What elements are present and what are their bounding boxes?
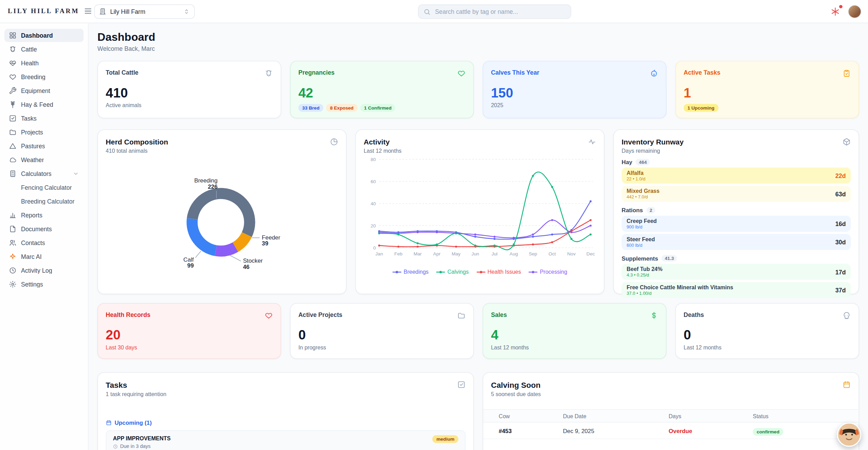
legend-item-processing[interactable]: Processing	[529, 269, 567, 275]
task-due: Due in 3 days	[120, 443, 150, 449]
clock-icon	[113, 444, 118, 449]
brand: LILY HILL FARM	[0, 6, 83, 16]
inventory-row-creep-feed[interactable]: Creep Feed900 lb/d 16d	[622, 216, 851, 232]
sidebar-item-contacts[interactable]: Contacts	[4, 236, 84, 249]
sidebar-item-weather[interactable]: Weather	[4, 153, 84, 166]
sidebar-item-documents[interactable]: Documents	[4, 222, 84, 235]
donut-value: 226	[208, 184, 218, 190]
marc-ai-chat-button[interactable]	[837, 422, 861, 447]
sidebar-item-health[interactable]: Health	[4, 56, 84, 69]
legend-item-breedings[interactable]: Breedings	[393, 269, 429, 275]
svg-text:Feb: Feb	[394, 251, 402, 256]
marc-avatar-illustration	[838, 424, 860, 446]
legend-item-health-issues[interactable]: Health Issues	[476, 269, 521, 275]
sidebar-item-activity-log[interactable]: Activity Log	[4, 264, 84, 277]
svg-text:Jul: Jul	[492, 251, 497, 256]
stat-card-title: Active Projects	[298, 311, 342, 318]
sidebar-item-dashboard[interactable]: Dashboard	[4, 29, 84, 42]
stat-card-title: Total Cattle	[106, 69, 139, 76]
notifications-button[interactable]	[830, 6, 840, 16]
herd-donut-chart: Breeding226Feeder39Stocker46Calf99	[106, 154, 338, 285]
inventory-row-free-choice-cattle-mineral-with-vitamins[interactable]: Free Choice Cattle Mineral with Vitamins…	[622, 282, 851, 298]
search-input[interactable]	[434, 8, 566, 15]
sidebar-item-settings[interactable]: Settings	[4, 278, 84, 291]
sidebar-item-breeding[interactable]: Breeding	[4, 70, 84, 83]
calving-row[interactable]: #453 Dec 9, 2025 Overdue confirmed	[483, 422, 859, 439]
stat-card-value: 1	[684, 86, 851, 100]
dashboard-icon	[9, 31, 17, 39]
clipboard-icon	[842, 69, 851, 77]
sidebar-item-projects[interactable]: Projects	[4, 125, 84, 139]
sidebar-item-pastures[interactable]: Pastures	[4, 139, 84, 152]
svg-text:40: 40	[371, 201, 376, 206]
sidebar-item-reports[interactable]: Reports	[4, 208, 84, 222]
app-root: LILY HILL FARM Lily Hill Farm DashboardC…	[0, 0, 868, 450]
activity-card-subtitle: Last 12 months	[364, 148, 401, 154]
stat-card-active-projects[interactable]: Active Projects 0In progress	[290, 303, 474, 359]
svg-text:Jan: Jan	[375, 251, 383, 256]
sidebar-item-breeding-calculator[interactable]: Breeding Calculator	[4, 195, 84, 208]
search-icon	[423, 8, 431, 15]
cow-tag: #453	[499, 427, 563, 434]
donut-label: Calf	[183, 256, 194, 263]
sparkle-icon	[9, 253, 17, 260]
stat-card-sales[interactable]: Sales 4Last 12 months	[483, 303, 666, 359]
stat-card-health-records[interactable]: Health Records 20Last 30 days	[98, 303, 281, 359]
column-header: Cow	[499, 413, 563, 419]
cow-icon	[265, 69, 273, 77]
chevron-down-icon	[73, 170, 79, 177]
stat-card-sub: Last 12 months	[684, 345, 851, 351]
top-bar: LILY HILL FARM Lily Hill Farm	[0, 0, 868, 23]
stat-card-title: Health Records	[106, 311, 150, 318]
stat-card-value: 42	[298, 86, 465, 100]
days-remaining: 30d	[835, 238, 846, 245]
stat-card-total-cattle[interactable]: Total Cattle 410Active animals	[98, 61, 281, 118]
stat-card-calves-this-year[interactable]: Calves This Year 1502025	[483, 61, 666, 118]
calving-table-body: #453 Dec 9, 2025 Overdue confirmed	[483, 422, 859, 439]
stat-card-active-tasks[interactable]: Active Tasks 11 Upcoming	[675, 61, 859, 118]
stat-card-sub: Last 12 months	[491, 345, 658, 351]
herd-card-subtitle: 410 total animals	[106, 148, 168, 154]
sidebar-item-calculators[interactable]: Calculators	[4, 167, 84, 180]
sidebar-item-equipment[interactable]: Equipment	[4, 84, 84, 97]
inventory-section-count: 464	[636, 159, 650, 165]
task-item[interactable]: APP IMPROVEMENTS Due in 3 days medium	[106, 430, 466, 450]
sidebar-item-marc-ai[interactable]: Marc AI	[4, 250, 84, 263]
inventory-section-name: Rations	[622, 207, 643, 213]
stat-card-value: 0	[298, 328, 465, 341]
tasks-card-title: Tasks	[106, 381, 166, 390]
farm-selector[interactable]: Lily Hill Farm	[94, 4, 195, 19]
inventory-card-title: Inventory Runway	[622, 138, 684, 146]
donut-segment-calf[interactable]	[186, 218, 217, 256]
sidebar-item-hay-feed[interactable]: Hay & Feed	[4, 98, 84, 111]
column-header: Days	[669, 413, 753, 419]
heart-icon	[9, 73, 17, 81]
charts-row: Herd Composition 410 total animals Breed…	[98, 129, 859, 294]
building-icon	[99, 8, 106, 15]
inventory-row-steer-feed[interactable]: Steer Feed600 lb/d 30d	[622, 234, 851, 250]
sidebar-item-fencing-calculator[interactable]: Fencing Calculator	[4, 181, 84, 194]
svg-text:Dec: Dec	[586, 251, 595, 256]
stat-card-deaths[interactable]: Deaths 0Last 12 months	[675, 303, 859, 359]
stat-card-pregnancies[interactable]: Pregnancies 4233 Bred8 Exposed1 Confirme…	[290, 61, 474, 118]
inventory-section-count: 41.3	[661, 255, 677, 262]
sidebar-item-tasks[interactable]: Tasks	[4, 112, 84, 125]
stat-badges: 1 Upcoming	[684, 104, 851, 112]
user-avatar[interactable]	[848, 5, 861, 18]
column-header: Status	[753, 413, 851, 419]
days-remaining: 63d	[835, 190, 846, 197]
due-date: Dec 9, 2025	[563, 427, 669, 434]
inventory-row-beef-tub-24[interactable]: Beef Tub 24%4.3 • 0.25/d 17d	[622, 264, 851, 280]
notification-dot	[839, 5, 843, 8]
inventory-row-mixed-grass[interactable]: Mixed Grass442 • 7.0/d 63d	[622, 186, 851, 202]
global-search	[418, 4, 571, 19]
donut-value: 39	[262, 240, 268, 247]
hamburger-menu-button[interactable]	[84, 6, 93, 16]
donut-label: Breeding	[194, 177, 218, 184]
sidebar-item-cattle[interactable]: Cattle	[4, 43, 84, 56]
inventory-row-alfalfa[interactable]: Alfalfa22 • 1.0/d 22d	[622, 168, 851, 184]
heart-icon	[457, 69, 466, 77]
svg-text:Sep: Sep	[529, 251, 537, 256]
legend-item-calvings[interactable]: Calvings	[436, 269, 468, 275]
stat-cards-top: Total Cattle 410Active animals Pregnanci…	[98, 61, 859, 118]
